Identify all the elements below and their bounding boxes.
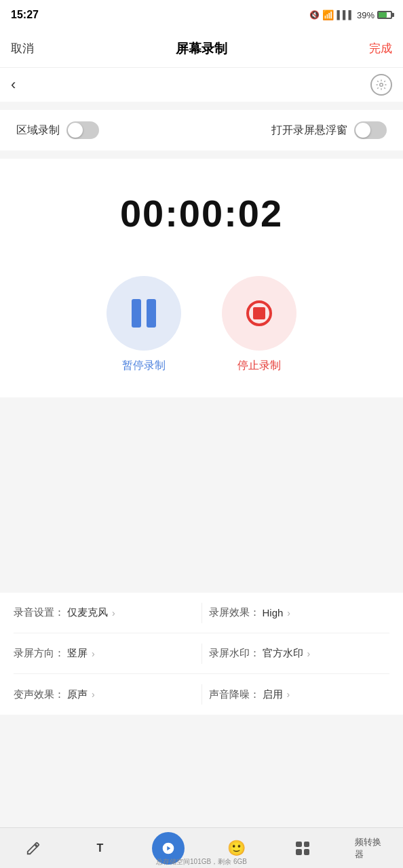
- effect-value: High: [263, 607, 284, 618]
- spacer: [0, 397, 403, 587]
- float-window-toggle[interactable]: [354, 121, 387, 139]
- orient-label: 录屏方向：: [14, 647, 64, 660]
- stop-label: 停止录制: [237, 359, 281, 373]
- storage-info: 总存储空间101GB，剩余 6GB: [156, 857, 247, 867]
- orient-value: 竖屏: [67, 647, 88, 660]
- wifi-icon: 📶: [322, 9, 334, 20]
- stop-button[interactable]: 停止录制: [222, 276, 296, 373]
- noise-setting[interactable]: 声音降噪： 启用 ›: [209, 688, 390, 701]
- pause-icon: [132, 299, 156, 328]
- float-window-label: 打开录屏悬浮窗: [271, 123, 347, 138]
- pen-icon[interactable]: [18, 833, 48, 863]
- status-time: 15:27: [11, 9, 39, 21]
- divider-3: [202, 684, 202, 705]
- pause-button[interactable]: 暂停录制: [107, 276, 181, 373]
- back-button[interactable]: ‹: [11, 76, 16, 94]
- noise-value: 启用: [263, 688, 283, 701]
- region-record-toggle[interactable]: [66, 121, 99, 139]
- voice-chevron: ›: [92, 689, 95, 700]
- noise-chevron: ›: [287, 689, 290, 700]
- text-tool-button[interactable]: T: [85, 833, 115, 863]
- divider-2: [202, 644, 202, 664]
- pause-circle: [107, 276, 181, 351]
- watermark-chevron: ›: [307, 648, 311, 659]
- svg-point-0: [380, 83, 383, 87]
- bottom-spacer: [0, 715, 403, 769]
- status-bar: 15:27 🔇 📶 ▌▌▌ 39%: [0, 0, 403, 30]
- page-title: 屏幕录制: [176, 40, 227, 58]
- audio-setting[interactable]: 录音设置： 仅麦克风 ›: [14, 606, 195, 619]
- settings-row-3: 变声效果： 原声 › 声音降噪： 启用 ›: [14, 674, 389, 715]
- pause-label: 暂停录制: [122, 359, 166, 373]
- voice-label: 变声效果：: [14, 688, 64, 701]
- watermark-label: 录屏水印：: [209, 647, 260, 660]
- orient-setting[interactable]: 录屏方向： 竖屏 ›: [14, 647, 195, 660]
- divider-1: [202, 603, 202, 623]
- settings-row-2: 录屏方向： 竖屏 › 录屏水印： 官方水印 ›: [14, 633, 389, 674]
- voice-value: 原声: [67, 688, 88, 701]
- settings-panel: 录音设置： 仅麦克风 › 录屏效果： High › 录屏方向： 竖屏 › 录屏水…: [0, 593, 403, 715]
- audio-chevron: ›: [112, 608, 115, 618]
- mute-icon: 🔇: [309, 10, 320, 20]
- effect-label: 录屏效果：: [209, 606, 260, 619]
- battery-icon: [377, 11, 392, 19]
- effect-setting[interactable]: 录屏效果： High ›: [209, 606, 390, 619]
- float-window-group: 打开录屏悬浮窗: [271, 121, 387, 139]
- signal-icon: ▌▌▌: [337, 10, 354, 20]
- voice-setting[interactable]: 变声效果： 原声 ›: [14, 688, 195, 701]
- brand-label[interactable]: 频转换器: [355, 833, 385, 863]
- timer-section: 00:00:02: [0, 159, 403, 262]
- grid-icon[interactable]: [288, 833, 318, 863]
- settings-row-1: 录音设置： 仅麦克风 › 录屏效果： High ›: [14, 593, 389, 633]
- audio-value: 仅麦克风: [67, 606, 108, 619]
- effect-chevron: ›: [287, 608, 290, 618]
- timer-display: 00:00:02: [0, 191, 403, 235]
- stop-icon: [246, 300, 272, 326]
- nav-bar: 取消 屏幕录制 完成: [0, 30, 403, 68]
- region-record-label: 区域录制: [16, 123, 60, 138]
- noise-label: 声音降噪：: [209, 688, 260, 701]
- region-record-group: 区域录制: [16, 121, 99, 139]
- settings-icon[interactable]: [370, 74, 392, 96]
- top-action-bar: ‹: [0, 68, 403, 102]
- status-icons: 🔇 📶 ▌▌▌ 39%: [309, 9, 392, 20]
- controls-section: 暂停录制 停止录制: [0, 262, 403, 397]
- battery-percent: 39%: [357, 10, 375, 20]
- done-button[interactable]: 完成: [369, 41, 392, 56]
- cancel-button[interactable]: 取消: [11, 41, 34, 56]
- toggle-section: 区域录制 打开录屏悬浮窗: [0, 110, 403, 151]
- watermark-setting[interactable]: 录屏水印： 官方水印 ›: [209, 647, 390, 660]
- stop-circle: [222, 276, 296, 351]
- watermark-value: 官方水印: [263, 647, 303, 660]
- orient-chevron: ›: [92, 648, 95, 659]
- audio-label: 录音设置：: [14, 606, 64, 619]
- bottom-toolbar: T 🙂 频转换器 总存储空间101GB，剩余 6GB: [0, 827, 403, 868]
